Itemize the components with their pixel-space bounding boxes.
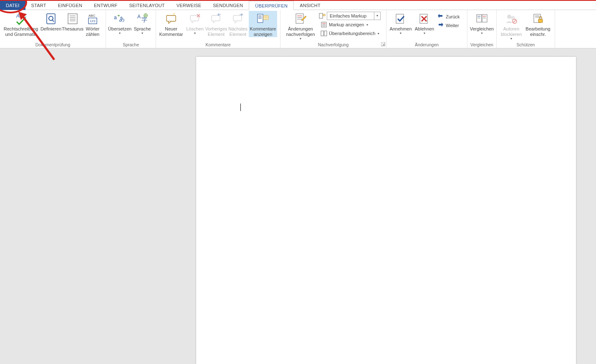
thesaurus-button[interactable]: Thesaurus — [62, 11, 83, 32]
svg-rect-51 — [482, 15, 487, 22]
reject-button[interactable]: Ablehnen ▼ — [413, 11, 436, 35]
restrict-editing-icon — [531, 12, 545, 26]
group-title-language: Sprache — [106, 41, 156, 48]
next-comment-button[interactable]: Nächstes Element — [227, 11, 249, 37]
dropdown-arrow-icon: ▼ — [399, 32, 402, 35]
svg-rect-43 — [321, 31, 323, 36]
prev-comment-button[interactable]: Vorheriges Element — [205, 11, 227, 37]
svg-rect-25 — [233, 15, 242, 21]
dropdown-arrow-icon: ▼ — [194, 32, 197, 35]
changes-back-button[interactable]: Zurück — [436, 13, 462, 21]
reviewing-pane-icon — [321, 30, 327, 37]
dropdown-arrow-icon: ▼ — [366, 23, 369, 26]
compare-icon — [475, 12, 489, 26]
tab-seitenlayout[interactable]: SEITENLAYOUT — [123, 1, 170, 10]
svg-text:ABC: ABC — [88, 14, 96, 18]
svg-rect-63 — [538, 19, 543, 23]
back-icon — [437, 13, 444, 20]
group-title-comments: Kommentare — [156, 41, 280, 48]
tracking-options-stack: Einfaches Markup ▾ Markup anzeigen ▼ Übe… — [319, 11, 381, 38]
define-button[interactable]: Definieren — [40, 11, 62, 32]
accept-icon — [394, 12, 408, 26]
show-comments-icon — [256, 12, 270, 26]
dropdown-arrow-icon: ▼ — [299, 37, 302, 40]
changes-forward-button[interactable]: Weiter — [436, 21, 462, 30]
tab-entwurf[interactable]: ENTWURF — [88, 1, 123, 10]
reviewing-pane-button[interactable]: Überarbeitungsbereich ▼ — [319, 29, 381, 38]
track-changes-icon — [293, 12, 308, 26]
forward-icon — [437, 22, 444, 29]
tab-strip-filler — [326, 1, 596, 10]
changes-nav-stack: Zurück Weiter — [436, 11, 462, 30]
markup-mode-select[interactable]: Einfaches Markup ▾ — [327, 12, 381, 20]
group-comments: Neuer Kommentar Löschen ▼ Vorheriges Ele… — [156, 10, 280, 48]
wordcount-icon: ABC123 — [86, 12, 100, 26]
show-comments-button[interactable]: Kommentare anzeigen — [249, 11, 277, 37]
svg-marker-20 — [173, 13, 175, 15]
tab-sendungen[interactable]: SENDUNGEN — [207, 1, 249, 10]
tab-start[interactable]: START — [25, 1, 52, 10]
svg-line-59 — [513, 20, 516, 23]
svg-text:あ: あ — [119, 15, 125, 22]
svg-rect-50 — [477, 15, 482, 22]
svg-rect-19 — [167, 15, 176, 21]
dropdown-arrow-icon: ▼ — [119, 32, 121, 35]
new-comment-button[interactable]: Neuer Kommentar — [158, 11, 184, 37]
dropdown-arrow-icon: ▼ — [480, 32, 483, 35]
spelling-grammar-button[interactable]: ABC Rechtschreibung und Grammatik — [2, 11, 40, 37]
compare-button[interactable]: Vergleichen ▼ — [469, 11, 495, 35]
tab-datei[interactable]: DATEI — [0, 1, 25, 10]
group-tracking: Änderungen nachverfolgen ▼ Einfaches Mar… — [280, 10, 386, 48]
group-title-changes: Änderungen — [386, 41, 467, 48]
tab-einfuegen[interactable]: EINFÜGEN — [52, 1, 88, 10]
dialog-launcher-icon[interactable] — [381, 42, 385, 46]
svg-text:A: A — [137, 14, 141, 20]
svg-rect-24 — [212, 15, 220, 21]
tab-verweise[interactable]: VERWEISE — [171, 1, 207, 10]
group-language: aあ Übersetzen ▼ A字 Sprache ▼ Sprache — [106, 10, 156, 48]
track-changes-button[interactable]: Änderungen nachverfolgen ▼ — [282, 11, 319, 40]
svg-rect-33 — [296, 14, 303, 23]
delete-comment-icon — [188, 12, 202, 26]
dropdown-arrow-icon: ▼ — [423, 32, 426, 35]
svg-point-56 — [507, 15, 511, 19]
define-icon — [44, 12, 58, 26]
language-button[interactable]: A字 Sprache ▼ — [132, 11, 153, 35]
ribbon-tab-strip: DATEI START EINFÜGEN ENTWURF SEITENLAYOU… — [0, 0, 596, 10]
svg-text:123: 123 — [90, 19, 96, 23]
svg-text:字: 字 — [141, 16, 147, 23]
restrict-editing-button[interactable]: Bearbeitung einschr. — [524, 11, 552, 37]
wordcount-button[interactable]: ABC123 Wörter zählen — [83, 11, 102, 37]
translate-button[interactable]: aあ Übersetzen ▼ — [108, 11, 132, 35]
ribbon: ABC Rechtschreibung und Grammatik Defini… — [0, 10, 596, 48]
language-icon: A字 — [135, 12, 149, 26]
svg-rect-37 — [319, 13, 323, 18]
delete-comment-button[interactable]: Löschen ▼ — [184, 11, 205, 35]
svg-rect-30 — [263, 15, 268, 20]
next-comment-icon — [231, 12, 245, 26]
group-changes: Annehmen ▼ Ablehnen ▼ Zurück Weiter — [386, 10, 467, 48]
tab-ansicht[interactable]: ANSICHT — [294, 1, 326, 10]
thesaurus-icon — [66, 12, 80, 26]
group-compare: Vergleichen ▼ Vergleichen — [467, 10, 497, 48]
block-authors-button[interactable]: Autoren blockieren ▼ — [498, 11, 524, 40]
accept-button[interactable]: Annehmen ▼ — [388, 11, 413, 35]
dropdown-arrow-icon: ▼ — [141, 32, 144, 35]
group-proofing: ABC Rechtschreibung und Grammatik Defini… — [0, 10, 106, 48]
svg-rect-1 — [47, 14, 55, 24]
block-authors-icon — [504, 12, 518, 26]
tab-ueberpruefen[interactable]: ÜBERPRÜFEN — [249, 1, 294, 10]
reject-icon — [417, 12, 432, 26]
svg-rect-38 — [323, 14, 325, 16]
dropdown-arrow-icon: ▼ — [510, 37, 513, 40]
show-markup-button[interactable]: Markup anzeigen ▼ — [319, 20, 381, 29]
group-title-protect: Schützen — [497, 41, 555, 48]
spelling-icon: ABC — [14, 12, 28, 26]
new-comment-icon — [164, 12, 178, 26]
group-title-proofing: Dokumentprüfung — [0, 41, 106, 48]
svg-rect-44 — [324, 31, 327, 36]
dropdown-arrow-icon: ▼ — [377, 32, 380, 35]
group-title-tracking: Nachverfolgung — [280, 41, 386, 48]
markup-display-icon — [319, 13, 326, 19]
svg-rect-4 — [68, 14, 77, 24]
